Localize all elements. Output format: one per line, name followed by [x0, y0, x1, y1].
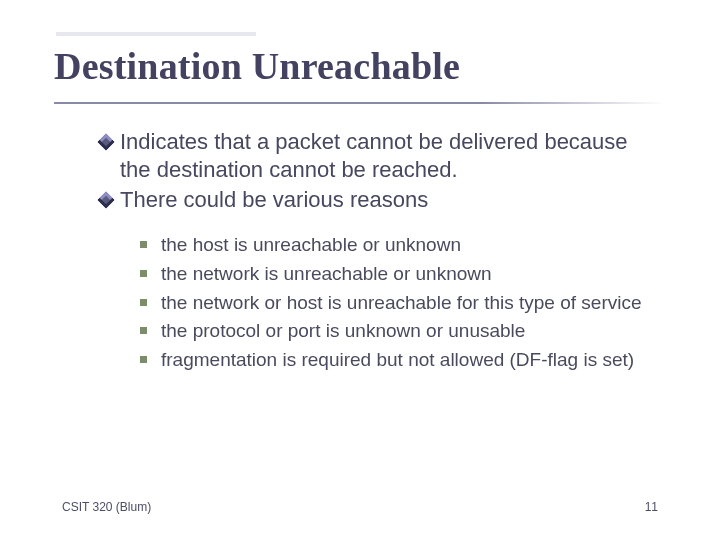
- sub-item: the host is unreachable or unknown: [140, 232, 660, 258]
- sub-item: the network is unreachable or unknown: [140, 261, 660, 287]
- sub-text: the network or host is unreachable for t…: [161, 290, 642, 316]
- square-icon: [140, 356, 147, 363]
- sub-item: the protocol or port is unknown or unusa…: [140, 318, 660, 344]
- bullet-text: There could be various reasons: [120, 186, 428, 214]
- diamond-icon: [100, 134, 112, 152]
- sub-item: the network or host is unreachable for t…: [140, 290, 660, 316]
- square-icon: [140, 270, 147, 277]
- title-shadow: [56, 32, 256, 36]
- square-icon: [140, 327, 147, 334]
- slide-number: 11: [645, 500, 658, 514]
- sub-text: the protocol or port is unknown or unusa…: [161, 318, 525, 344]
- bullet-text: Indicates that a packet cannot be delive…: [120, 128, 660, 184]
- content-area: Indicates that a packet cannot be delive…: [100, 128, 660, 376]
- footer-left: CSIT 320 (Blum): [62, 500, 151, 514]
- square-icon: [140, 299, 147, 306]
- square-icon: [140, 241, 147, 248]
- sub-item: fragmentation is required but not allowe…: [140, 347, 660, 373]
- sub-text: the network is unreachable or unknown: [161, 261, 492, 287]
- sub-text: fragmentation is required but not allowe…: [161, 347, 634, 373]
- bullet-item-1: Indicates that a packet cannot be delive…: [100, 128, 660, 184]
- sub-list: the host is unreachable or unknown the n…: [140, 232, 660, 372]
- bullet-item-2: There could be various reasons: [100, 186, 660, 214]
- slide-title: Destination Unreachable: [0, 0, 720, 94]
- title-underline: [54, 102, 664, 104]
- diamond-icon: [100, 192, 112, 210]
- sub-text: the host is unreachable or unknown: [161, 232, 461, 258]
- slide: Destination Unreachable Indicates that a…: [0, 0, 720, 540]
